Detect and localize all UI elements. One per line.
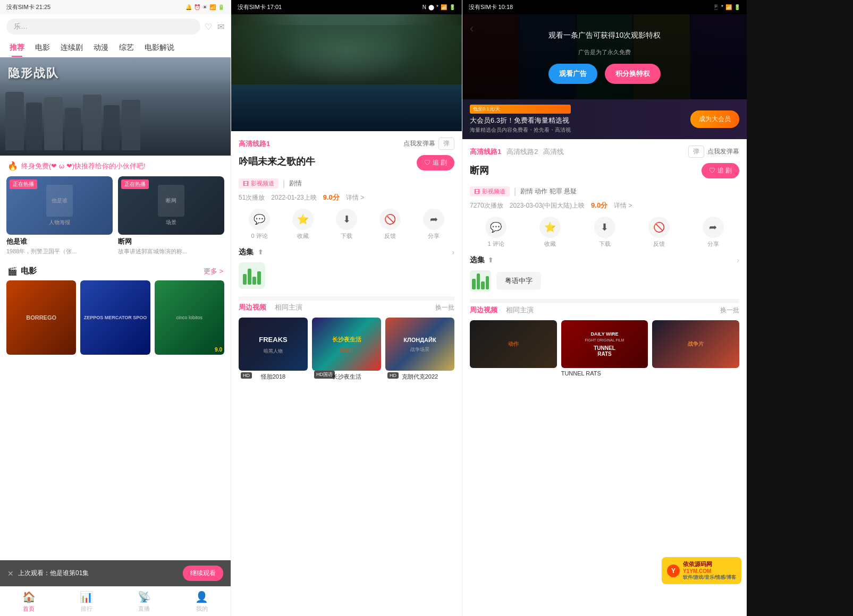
hot-grid: 他是谁 人物海报 正在热播 他是谁 1988年，刑警卫国平（张... 断网 场景… [0,176,231,262]
action-share-2[interactable]: ➦ 分享 [413,209,454,240]
nav-tab-recommend[interactable]: 推荐 [4,39,30,57]
nearby-card-changsha[interactable]: 长沙夜生活 霓虹灯 HD国语 长沙夜生活 [312,318,381,381]
action-share-label-2: 分享 [428,232,440,240]
detail-link-3[interactable]: 详情 > [614,201,632,210]
nav-tab-anime[interactable]: 动漫 [88,39,114,57]
download-icon-3: ⬇ [594,217,615,238]
hot-card-1[interactable]: 他是谁 人物海报 正在热播 他是谁 1988年，刑警卫国平（张... [6,176,113,255]
refresh-btn-2[interactable]: 换一批 [435,303,454,312]
movies-grid: BORREGO ZEPPOS MERCATOR SPOO cinco lobit… [0,280,231,355]
river-water [231,84,462,131]
action-share-3[interactable]: ➦ 分享 [687,217,739,248]
quality-tab-hd2-3[interactable]: 高清线路2 [506,147,538,157]
action-collect-3[interactable]: ⭐ 收藏 [524,217,576,248]
action-comment-label-3: 1 评论 [488,240,504,248]
movie-card-3[interactable]: cinco lobitos 9.0 [155,280,224,355]
follow-btn-2[interactable]: ♡ 追 剧 [417,155,454,170]
nearby-thumb-3-3: 战争片 [652,320,739,368]
vip-info: 低至0.1元/天 大会员6.3折！免费看海量精选视 海量精选会员内容免费看・抢先… [470,105,571,134]
action-download-3[interactable]: ⬇ 下载 [578,217,630,248]
nav-btn-live[interactable]: 📡 直播 [115,587,173,616]
nearby-card-klondike[interactable]: КЛОНДАЙК 战争场景 HD 克朗代克2022 [385,318,454,381]
status-time-1: 没有SIM卡 21:25 [6,3,50,11]
action-comment-2[interactable]: 💬 0 评论 [239,209,280,240]
tag-sep-3: | [514,187,516,196]
exchange-btn[interactable]: 积分换特权 [605,64,661,84]
video-meta-2: 51次播放 2022-01-23上映 9.0分 详情 > [239,193,454,202]
nearby-thumb-freaks: FREAKS 暗黑人物 [239,318,308,371]
hero-section-3: ‹ 观看一条广告可获得10次观影特权 广告是为了永久免费 观看广告 积分换特权 [462,14,747,99]
danmu-label-3[interactable]: 点我发弹幕 [707,147,739,156]
action-download-label-3: 下载 [599,240,611,248]
danmu-box-3[interactable]: 弹 [688,146,704,158]
last-watch-bar: ✕ 上次观看：他是谁第01集 继续观看 [0,560,231,586]
nearby-tab-cast[interactable]: 相同主演 [275,303,302,312]
movie-card-1[interactable]: BORREGO [6,280,76,355]
nearby-card-3-1[interactable]: 动作 [470,320,557,377]
ep-tag-3[interactable]: 粤语中字 [496,272,541,290]
nearby-card-freaks[interactable]: FREAKS 暗黑人物 HD 怪胎2018 [239,318,308,381]
tag-icon-2: 🎞 [243,181,249,187]
nearby-tab-videos-3[interactable]: 周边视频 [470,305,497,315]
follow-btn-3[interactable]: ♡ 追 剧 [702,163,739,178]
panel-left: 没有SIM卡 21:25 🔔⏰☀📶🔋 乐… ♡ ✉ 推荐 电影 连续剧 动漫 综… [0,0,231,616]
nearby-header-2: 周边视频 相同主演 换一批 [239,303,454,312]
banner[interactable]: 隐形战队 [0,57,231,156]
channel-tag-3: 🎞 影视频道 [470,186,510,196]
continue-watch-btn[interactable]: 继续观看 [183,566,223,581]
quality-bar-3: 高清线路1 高清线路2 高清线 弹 点我发弹幕 [470,146,739,158]
nav-btn-home[interactable]: 🏠 首页 [0,587,58,616]
nav-tab-movie[interactable]: 电影 [30,39,55,57]
nav-btn-ranking[interactable]: 📊 排行 [58,587,116,616]
nearby-badge-freaks: HD [241,372,252,379]
action-collect-label-3: 收藏 [544,240,556,248]
play-count-3: 7270次播放 [470,201,503,210]
bottom-nav-1: 🏠 首页 📊 排行 📡 直播 👤 我的 [0,586,231,616]
nearby-tab-videos[interactable]: 周边视频 [239,303,266,312]
nearby-tab-cast-3[interactable]: 相同主演 [506,305,534,315]
p2-content-area: 高清线路1 点我发弹幕 弹 吟唱未来之歌的牛 ♡ 追 剧 🎞 影视频道 | 剧情… [231,131,462,387]
watch-ad-btn[interactable]: 观看广告 [548,64,597,84]
hot-title-1: 他是谁 [6,235,113,247]
movie-thumb-1: BORREGO [6,280,76,355]
p3-title-follow: 断网 ♡ 追 剧 [470,164,739,181]
movie-card-2[interactable]: ZEPPOS MERCATOR SPOO [80,280,150,355]
divider-3 [470,299,739,303]
quality-tab-hd3[interactable]: 高清线 [543,147,564,157]
action-collect-2[interactable]: ⭐ 收藏 [282,209,324,240]
action-comment-3[interactable]: 💬 1 评论 [470,217,522,248]
movies-more-btn[interactable]: 更多 > [204,267,223,276]
action-feedback-2[interactable]: 🚫 反馈 [369,209,411,240]
share-icon-2: ➦ [423,209,444,230]
nearby-header-3: 周边视频 相同主演 换一批 [470,305,739,315]
quality-tab-hd1[interactable]: 高清线路1 [239,139,270,149]
watermark-icon: Y [667,564,680,577]
nearby-card-tunnel-rats[interactable]: DAILY WIRE FIGHT ORIGINAL FILM TUNNELRAT… [561,320,648,377]
hot-card-2[interactable]: 断网 场景 正在热播 断网 故事讲述郭富城饰演的称... [118,176,224,255]
feedback-icon-3: 🚫 [648,217,670,238]
ep-chart-3 [470,270,491,292]
danmu-button-2[interactable]: 点我发弹幕 弹 [403,138,454,150]
detail-link-2[interactable]: 详情 > [346,193,364,202]
nav-btn-profile[interactable]: 👤 我的 [173,587,231,616]
action-bar-3: 💬 1 评论 ⭐ 收藏 ⬇ 下载 🚫 反馈 ➦ 分享 [470,217,739,248]
action-bar-2: 💬 0 评论 ⭐ 收藏 ⬇ 下载 🚫 反馈 ➦ 分享 [239,209,454,240]
nearby-card-3-3[interactable]: 战争片 [652,320,739,377]
watermark-domain: Y1YM.COM [683,568,736,575]
action-feedback-3[interactable]: 🚫 反馈 [633,217,685,248]
search-input[interactable]: 乐… [6,19,200,35]
nav-profile-label: 我的 [196,605,208,613]
nav-tab-series[interactable]: 连续剧 [55,39,88,57]
nearby-tabs-3: 周边视频 相同主演 [470,305,534,315]
close-icon[interactable]: ✕ [7,569,14,578]
refresh-btn-3[interactable]: 换一批 [720,306,739,315]
nav-tab-commentary[interactable]: 电影解说 [139,39,180,57]
action-download-2[interactable]: ⬇ 下载 [326,209,367,240]
vip-btn[interactable]: 成为大会员 [690,110,739,128]
action-feedback-label-3: 反馈 [653,240,665,248]
nav-tab-variety[interactable]: 综艺 [114,39,139,57]
tag-icon-3: 🎞 [474,189,480,195]
collect-icon-3: ⭐ [539,217,561,238]
quality-tab-hd1-3[interactable]: 高清线路1 [470,147,501,157]
video-player-2[interactable] [231,14,462,131]
